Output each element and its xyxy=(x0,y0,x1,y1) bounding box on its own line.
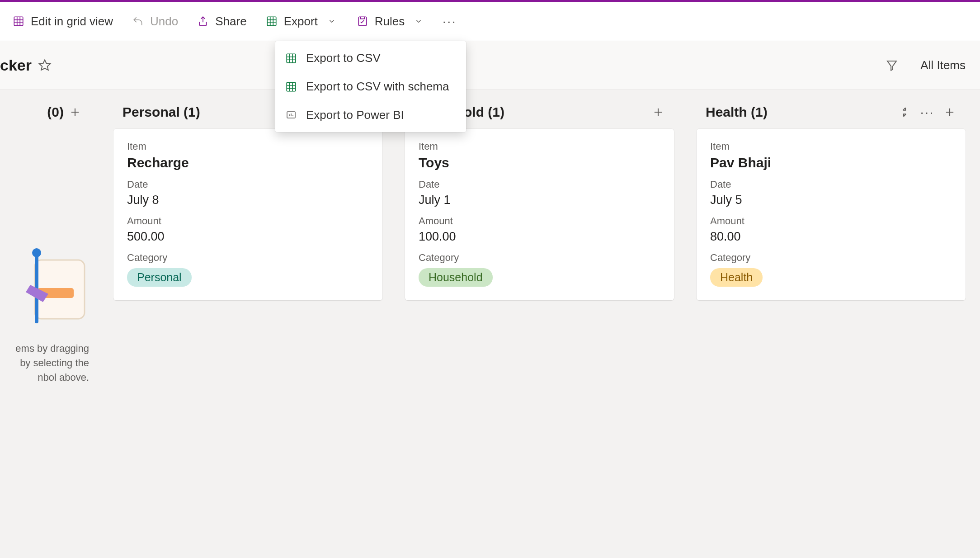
field-value-amount: 100.00 xyxy=(419,230,660,244)
board-column: (0) ems by dragging by selecting the nbo… xyxy=(0,98,98,558)
more-commands-button[interactable]: ··· xyxy=(435,11,463,32)
category-pill: Household xyxy=(419,268,493,287)
rules-button[interactable]: Rules xyxy=(349,10,433,33)
field-label-category: Category xyxy=(127,252,369,264)
field-label-item: Item xyxy=(710,141,952,152)
field-label-date: Date xyxy=(127,179,369,190)
field-value-date: July 5 xyxy=(710,193,952,207)
category-pill: Personal xyxy=(127,268,192,287)
column-header: Health (1) ··· xyxy=(697,98,966,129)
board-card[interactable]: Item Toys Date July 1 Amount 100.00 Cate… xyxy=(405,129,674,300)
edit-grid-label: Edit in grid view xyxy=(31,14,113,28)
field-value-amount: 80.00 xyxy=(710,230,952,244)
list-title: cker xyxy=(0,57,32,74)
category-pill: Health xyxy=(710,268,763,287)
field-value-item: Toys xyxy=(419,155,660,170)
export-button[interactable]: Export xyxy=(258,10,346,33)
rules-label: Rules xyxy=(375,14,405,28)
field-label-amount: Amount xyxy=(419,215,660,227)
field-label-date: Date xyxy=(710,179,952,190)
share-button[interactable]: Share xyxy=(189,10,254,33)
board-column: Household (1) Item Toys Date July 1 Amou… xyxy=(398,98,681,558)
export-csv-item[interactable]: Export to CSV xyxy=(275,44,466,72)
svg-rect-3 xyxy=(287,54,296,63)
undo-button[interactable]: Undo xyxy=(124,10,186,33)
view-selector[interactable]: All Items xyxy=(919,55,967,76)
undo-label: Undo xyxy=(150,14,178,28)
add-card-button[interactable] xyxy=(68,105,82,119)
grid-icon xyxy=(13,15,24,27)
add-card-button[interactable] xyxy=(651,105,665,119)
field-label-amount: Amount xyxy=(127,215,369,227)
add-card-button[interactable] xyxy=(943,105,956,119)
field-label-date: Date xyxy=(419,179,660,190)
export-csv-schema-item[interactable]: Export to CSV with schema xyxy=(275,72,466,101)
list-header: cker All Items xyxy=(0,41,980,90)
favorite-star-icon[interactable] xyxy=(38,59,52,72)
svg-rect-0 xyxy=(14,17,23,26)
filter-icon[interactable] xyxy=(885,59,899,72)
field-value-item: Recharge xyxy=(127,155,369,170)
share-icon xyxy=(197,15,209,27)
more-icon: ··· xyxy=(443,15,455,27)
svg-rect-4 xyxy=(287,82,296,91)
share-label: Share xyxy=(215,14,246,28)
column-header: (0) xyxy=(0,98,91,129)
board-card[interactable]: Item Recharge Date July 8 Amount 500.00 … xyxy=(113,129,382,300)
chevron-down-icon xyxy=(413,15,424,27)
export-csv-schema-label: Export to CSV with schema xyxy=(306,80,449,94)
svg-rect-1 xyxy=(267,17,276,26)
column-title: Health (1) xyxy=(706,104,893,120)
field-value-item: Pav Bhaji xyxy=(710,155,952,170)
undo-icon xyxy=(132,15,144,27)
svg-point-9 xyxy=(32,248,41,257)
column-more-button[interactable]: ··· xyxy=(920,105,934,119)
board-column: Health (1) ··· Item Pav Bhaji Date July … xyxy=(689,98,973,558)
export-dropdown: Export to CSV Export to CSV with schema … xyxy=(275,41,466,132)
collapse-column-button[interactable] xyxy=(898,105,911,119)
export-csv-label: Export to CSV xyxy=(306,51,381,65)
empty-illustration-icon xyxy=(26,233,89,323)
field-value-amount: 500.00 xyxy=(127,230,369,244)
field-label-item: Item xyxy=(419,141,660,152)
board-card[interactable]: Item Pav Bhaji Date July 5 Amount 80.00 … xyxy=(697,129,966,300)
empty-column-placeholder: ems by dragging by selecting the nbol ab… xyxy=(0,233,91,385)
powerbi-icon xyxy=(285,109,297,121)
edit-grid-button[interactable]: Edit in grid view xyxy=(5,10,121,33)
svg-rect-8 xyxy=(35,251,38,323)
field-label-item: Item xyxy=(127,141,369,152)
field-value-date: July 8 xyxy=(127,193,369,207)
export-icon xyxy=(266,15,278,27)
export-powerbi-item[interactable]: Export to Power BI xyxy=(275,101,466,129)
field-value-date: July 1 xyxy=(419,193,660,207)
excel-icon xyxy=(285,81,297,93)
field-label-amount: Amount xyxy=(710,215,952,227)
command-bar: Edit in grid view Undo Share Export xyxy=(0,2,980,41)
board: (0) ems by dragging by selecting the nbo… xyxy=(0,90,980,558)
chevron-down-icon xyxy=(326,15,338,27)
field-label-category: Category xyxy=(710,252,952,264)
column-title: (0) xyxy=(0,104,64,120)
field-label-category: Category xyxy=(419,252,660,264)
excel-icon xyxy=(285,52,297,64)
export-powerbi-label: Export to Power BI xyxy=(306,108,404,122)
rules-icon xyxy=(357,15,368,27)
board-column: Personal (1) Item Recharge Date July 8 A… xyxy=(106,98,390,558)
empty-text: ems by dragging by selecting the nbol ab… xyxy=(15,341,89,385)
export-label: Export xyxy=(284,14,318,28)
